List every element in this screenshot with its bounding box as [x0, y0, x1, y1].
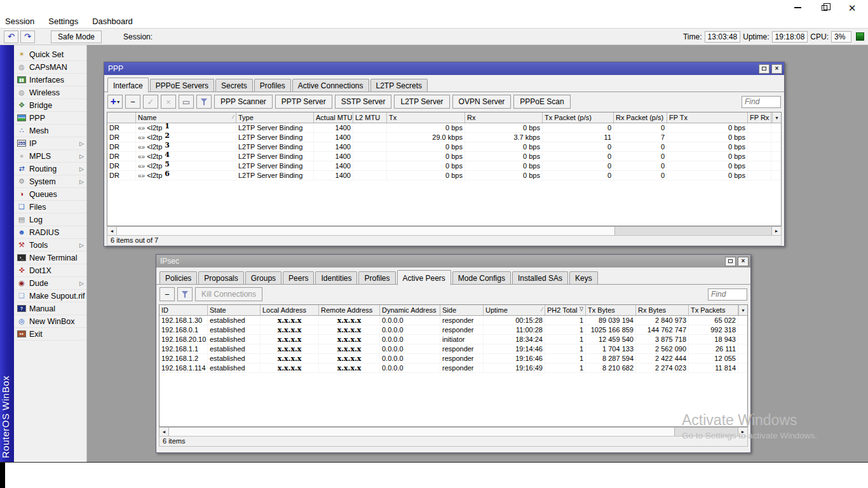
ppp-button-l2tp-server[interactable]: L2TP Server — [394, 95, 449, 109]
ppp-find-input[interactable] — [742, 96, 781, 108]
maximize-icon[interactable] — [725, 257, 736, 266]
sidebar-item-interfaces[interactable]: ▮▮Interfaces — [14, 74, 86, 86]
sidebar-item-new-terminal[interactable]: ›_New Terminal — [14, 252, 86, 264]
ppp-tab-interface[interactable]: Interface — [107, 78, 149, 93]
column-select-icon[interactable]: ▼ — [738, 305, 747, 315]
sidebar-item-queues[interactable]: ◑Queues — [14, 188, 86, 201]
column-select-icon[interactable]: ▼ — [772, 112, 781, 123]
sidebar-item-log[interactable]: ▤Log — [14, 214, 86, 226]
ipsec-titlebar[interactable]: IPsec × — [156, 255, 750, 268]
column-header-tx-bytes[interactable]: Tx Bytes — [586, 305, 636, 315]
sidebar-item-new-winbox[interactable]: ◎New WinBox — [14, 315, 86, 328]
ppp-remove-button[interactable]: − — [125, 95, 140, 109]
ppp-tab-l2tp-secrets[interactable]: L2TP Secrets — [370, 79, 428, 92]
menu-session[interactable]: Session — [5, 17, 34, 26]
sidebar-item-manual[interactable]: ?Manual — [14, 302, 86, 315]
redo-icon[interactable]: ↷ — [20, 30, 35, 43]
ppp-disable-button[interactable]: × — [161, 95, 176, 109]
column-header-tx-packets[interactable]: Tx Packets — [689, 305, 738, 315]
table-row[interactable]: DR«»<l2tp5L2TP Server Binding14000 bps0 … — [107, 161, 781, 171]
sidebar-item-ip[interactable]: 255IP▷ — [14, 137, 86, 150]
safe-mode-button[interactable]: Safe Mode — [51, 30, 102, 43]
sidebar-item-make-supout-rif[interactable]: ❏Make Supout.rif — [14, 290, 86, 302]
sidebar-item-system[interactable]: ⚙System▷ — [14, 175, 86, 188]
column-header-rx-packet-p-s-[interactable]: Rx Packet (p/s) — [614, 112, 667, 123]
column-header-flags[interactable] — [107, 112, 136, 123]
ppp-button-pptp-server[interactable]: PPTP Server — [275, 95, 332, 109]
column-header-id[interactable]: ID — [159, 305, 208, 315]
table-row[interactable]: 192.168.1.1establishedx.x.x.xx.x.x.x0.0.… — [159, 344, 747, 354]
column-header-actual-mtu[interactable]: Actual MTU — [314, 112, 353, 123]
sidebar-item-mesh[interactable]: ∴Mesh — [14, 125, 86, 137]
ipsec-tab-mode-configs[interactable]: Mode Configs — [452, 271, 511, 285]
ppp-button-pppoe-scan[interactable]: PPPoE Scan — [513, 95, 570, 109]
menu-dashboard[interactable]: Dashboard — [92, 17, 133, 26]
ipsec-tab-identities[interactable]: Identities — [315, 271, 357, 285]
column-header-type[interactable]: Type — [236, 112, 314, 123]
ipsec-tab-groups[interactable]: Groups — [245, 271, 281, 285]
ppp-tab-pppoe-servers[interactable]: PPPoE Servers — [150, 79, 214, 92]
column-header-state[interactable]: State — [208, 305, 261, 315]
column-header-remote-address[interactable]: Remote Address — [319, 305, 380, 315]
table-row[interactable]: DR«»<l2tp2L2TP Server Binding140029.0 kb… — [107, 133, 781, 142]
column-header-local-address[interactable]: Local Address — [261, 305, 319, 315]
table-row[interactable]: DR«»<l2tp1L2TP Server Binding14000 bps0 … — [107, 123, 781, 133]
ipsec-tab-keys[interactable]: Keys — [569, 271, 598, 285]
scroll-track[interactable] — [615, 227, 771, 235]
sidebar-item-radius[interactable]: ☻RADIUS — [14, 226, 86, 239]
ppp-add-button[interactable]: +▾ — [107, 95, 123, 109]
ipsec-tab-proposals[interactable]: Proposals — [198, 271, 243, 285]
column-header-rx[interactable]: Rx — [465, 112, 543, 123]
column-header-tx[interactable]: Tx — [387, 112, 465, 123]
column-header-dynamic-address[interactable]: Dynamic Address — [380, 305, 440, 315]
ppp-tab-profiles[interactable]: Profiles — [254, 79, 291, 92]
column-header-rx-bytes[interactable]: Rx Bytes — [636, 305, 689, 315]
sidebar-item-dude[interactable]: ◉Dude▷ — [14, 277, 86, 290]
column-header-l2-mtu[interactable]: L2 MTU — [353, 112, 387, 123]
ipsec-tab-profiles[interactable]: Profiles — [358, 271, 395, 285]
column-header-fp-tx[interactable]: FP Tx — [667, 112, 748, 123]
close-icon[interactable]: × — [771, 64, 782, 74]
column-header-ph2-total[interactable]: PH2 Total∇ — [545, 305, 586, 315]
table-row[interactable]: 192.168.1.30establishedx.x.x.xx.x.x.x0.0… — [159, 316, 747, 325]
close-icon[interactable]: ✕ — [845, 3, 859, 13]
column-header-uptime[interactable]: Uptime∕ — [484, 305, 545, 315]
minimize-icon[interactable] — [790, 3, 804, 13]
scroll-thumb[interactable] — [117, 227, 615, 235]
undo-icon[interactable]: ↶ — [4, 30, 18, 43]
scroll-thumb[interactable] — [169, 428, 675, 436]
sidebar-item-capsman[interactable]: ◍CAPsMAN — [14, 61, 86, 74]
scroll-left-icon[interactable]: ◄ — [107, 227, 117, 235]
column-header-tx-packet-p-s-[interactable]: Tx Packet (p/s) — [543, 112, 614, 123]
ppp-tab-active-connections[interactable]: Active Connections — [292, 79, 369, 92]
ipsec-tab-installed-sas[interactable]: Installed SAs — [512, 271, 568, 285]
ipsec-find-input[interactable] — [708, 288, 747, 301]
scroll-right-icon[interactable]: ► — [738, 428, 747, 436]
ppp-comment-button[interactable]: ▭ — [179, 95, 194, 109]
ppp-titlebar[interactable]: PPP × — [104, 62, 784, 75]
sidebar-item-exit[interactable]: ↦Exit — [14, 328, 86, 341]
restore-icon[interactable] — [817, 3, 831, 13]
sidebar-item-wireless[interactable]: ◍Wireless — [14, 86, 86, 99]
table-row[interactable]: 192.168.1.2establishedx.x.x.xx.x.x.x0.0.… — [159, 354, 747, 363]
column-header-name[interactable]: Name∕ — [136, 112, 236, 123]
ipsec-tab-policies[interactable]: Policies — [159, 271, 197, 285]
scroll-track[interactable] — [675, 428, 738, 436]
ipsec-tab-active-peers[interactable]: Active Peers — [397, 270, 451, 285]
ipsec-remove-button[interactable]: − — [159, 287, 175, 301]
ppp-button-sstp-server[interactable]: SSTP Server — [335, 95, 392, 109]
maximize-icon[interactable] — [759, 64, 770, 74]
sidebar-item-ppp[interactable]: PPP — [14, 112, 86, 125]
table-row[interactable]: DR«»<l2tp3L2TP Server Binding14000 bps0 … — [107, 142, 781, 152]
sidebar-item-routing[interactable]: ⇄Routing▷ — [14, 163, 86, 175]
ppp-button-ovpn-server[interactable]: OVPN Server — [452, 95, 512, 109]
table-row[interactable]: DR«»<l2tp6L2TP Server Binding14000 bps0 … — [107, 171, 781, 180]
sidebar-item-files[interactable]: ❏Files — [14, 201, 86, 214]
column-header-fp-rx[interactable]: FP Rx — [748, 112, 771, 123]
sidebar-item-bridge[interactable]: ✥Bridge — [14, 99, 86, 112]
table-row[interactable]: 192.168.20.10establishedx.x.x.xx.x.x.x0.… — [159, 335, 747, 344]
ppp-tab-secrets[interactable]: Secrets — [215, 79, 253, 92]
ppp-enable-button[interactable]: ✓ — [143, 95, 158, 109]
ipsec-tab-peers[interactable]: Peers — [283, 271, 314, 285]
sidebar-item-dot1x[interactable]: ✜Dot1X — [14, 264, 86, 277]
